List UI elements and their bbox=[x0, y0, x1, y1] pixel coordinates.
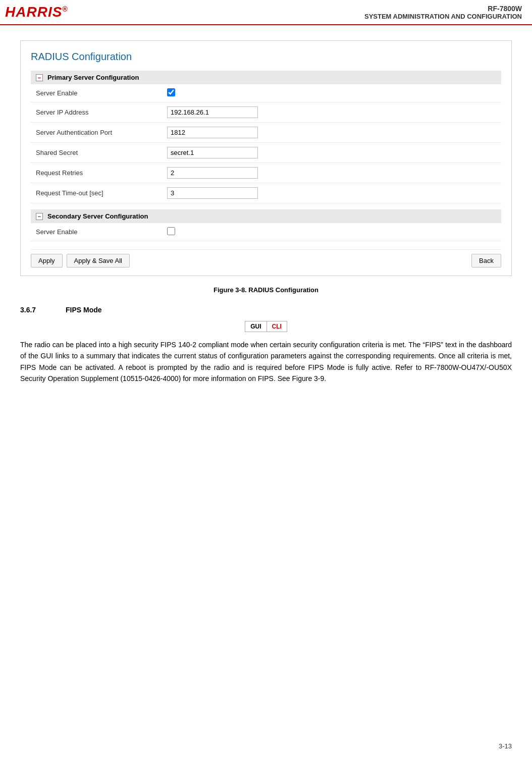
auth-port-row: Server Authentication Port bbox=[31, 123, 501, 143]
auth-port-value bbox=[167, 127, 496, 138]
secondary-section-header: − Secondary Server Configuration bbox=[31, 209, 501, 223]
radius-config-box: RADIUS Configuration − Primary Server Co… bbox=[20, 40, 512, 276]
auth-port-input[interactable] bbox=[167, 127, 258, 138]
logo-text: HARRIS bbox=[5, 4, 62, 20]
button-row: Apply Apply & Save All Back bbox=[31, 249, 501, 267]
request-timeout-input[interactable] bbox=[167, 187, 258, 199]
primary-server-enable-row: Server Enable bbox=[31, 84, 501, 102]
shared-secret-value bbox=[167, 147, 496, 158]
figure-caption: Figure 3-8. RADIUS Configuration bbox=[20, 286, 512, 294]
main-content: RADIUS Configuration − Primary Server Co… bbox=[0, 25, 532, 400]
server-ip-value bbox=[167, 106, 496, 118]
section-heading: 3.6.7 FIPS Mode bbox=[20, 306, 512, 314]
server-ip-row: Server IP Address bbox=[31, 102, 501, 123]
section-body-text: The radio can be placed into a high secu… bbox=[20, 339, 512, 385]
primary-server-enable-checkbox[interactable] bbox=[167, 88, 175, 96]
request-timeout-label: Request Time-out [sec] bbox=[36, 189, 167, 197]
logo-area: HARRIS® bbox=[5, 4, 68, 20]
request-retries-value bbox=[167, 167, 496, 179]
apply-button[interactable]: Apply bbox=[31, 254, 63, 267]
back-button[interactable]: Back bbox=[471, 254, 501, 267]
secondary-section-label: Secondary Server Configuration bbox=[47, 212, 148, 220]
gui-badge: GUI bbox=[245, 321, 266, 332]
section-number: 3.6.7 bbox=[20, 306, 50, 314]
cli-badge: CLI bbox=[267, 321, 287, 332]
collapse-icon-secondary[interactable]: − bbox=[36, 213, 43, 220]
request-timeout-value bbox=[167, 187, 496, 199]
shared-secret-label: Shared Secret bbox=[36, 149, 167, 156]
body-paragraph: The radio can be placed into a high secu… bbox=[20, 341, 512, 383]
secondary-server-enable-value bbox=[167, 227, 496, 237]
primary-server-enable-value bbox=[167, 88, 496, 98]
request-retries-label: Request Retries bbox=[36, 169, 167, 177]
left-buttons: Apply Apply & Save All bbox=[31, 254, 130, 267]
header-subtitle: SYSTEM ADMINISTRATION AND CONFIGURATION bbox=[364, 13, 522, 20]
server-ip-label: Server IP Address bbox=[36, 108, 167, 116]
harris-logo: HARRIS® bbox=[5, 4, 68, 20]
request-retries-row: Request Retries bbox=[31, 163, 501, 183]
secondary-server-enable-checkbox[interactable] bbox=[167, 227, 175, 235]
radius-title: RADIUS Configuration bbox=[31, 51, 501, 63]
model-name: RF-7800W bbox=[364, 5, 522, 13]
request-retries-input[interactable] bbox=[167, 167, 258, 179]
server-ip-input[interactable] bbox=[167, 106, 258, 118]
apply-save-all-button[interactable]: Apply & Save All bbox=[67, 254, 130, 267]
badge-row: GUI CLI bbox=[20, 321, 512, 332]
shared-secret-input[interactable] bbox=[167, 147, 258, 158]
section-title: FIPS Mode bbox=[66, 306, 102, 314]
request-timeout-row: Request Time-out [sec] bbox=[31, 183, 501, 203]
header-title: RF-7800W SYSTEM ADMINISTRATION AND CONFI… bbox=[364, 5, 522, 20]
shared-secret-row: Shared Secret bbox=[31, 143, 501, 163]
collapse-icon-primary[interactable]: − bbox=[36, 74, 43, 81]
secondary-server-enable-row: Server Enable bbox=[31, 223, 501, 241]
auth-port-label: Server Authentication Port bbox=[36, 129, 167, 136]
page-number: 3-13 bbox=[499, 742, 512, 750]
primary-server-enable-label: Server Enable bbox=[36, 89, 167, 97]
primary-section-label: Primary Server Configuration bbox=[47, 74, 139, 81]
page-header: HARRIS® RF-7800W SYSTEM ADMINISTRATION A… bbox=[0, 0, 532, 25]
secondary-server-enable-label: Server Enable bbox=[36, 228, 167, 236]
reg-symbol: ® bbox=[62, 5, 68, 13]
primary-section-header: − Primary Server Configuration bbox=[31, 71, 501, 84]
